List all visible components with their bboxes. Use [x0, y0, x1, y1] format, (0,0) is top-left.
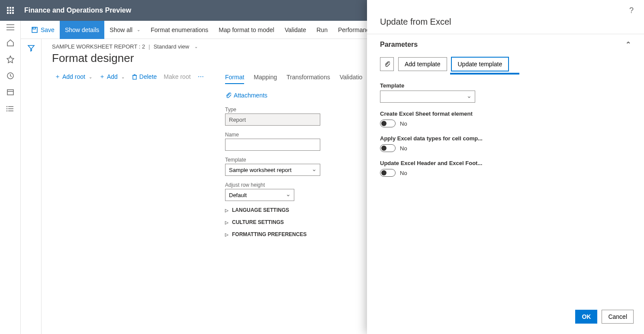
toggle-value: No	[400, 170, 407, 176]
delete-button[interactable]: Delete	[129, 71, 159, 82]
hamburger-icon[interactable]	[6, 24, 14, 30]
ok-button[interactable]: OK	[575, 310, 597, 324]
svg-point-13	[6, 111, 7, 111]
add-template-button[interactable]: Add template	[398, 57, 447, 71]
name-field[interactable]	[225, 139, 320, 151]
run-button[interactable]: Run	[311, 21, 333, 39]
filter-column	[21, 39, 42, 334]
attach-button[interactable]	[380, 57, 394, 71]
triangle-right-icon: ▷	[225, 220, 229, 225]
format-enumerations-button[interactable]: Format enumerations	[145, 21, 213, 39]
template-param-select[interactable]	[380, 91, 475, 103]
cancel-button[interactable]: Cancel	[602, 310, 634, 324]
workspace-icon[interactable]	[6, 88, 14, 96]
add-button[interactable]: ＋Add⌄	[97, 71, 127, 82]
tab-transformations[interactable]: Transformations	[287, 71, 330, 84]
update-from-excel-panel: ? Update from Excel Parameters ⌃ Add tem…	[367, 0, 644, 334]
list-icon[interactable]	[6, 105, 14, 113]
update-header-label: Update Excel Header and Excel Foot...	[380, 160, 631, 166]
adjust-select[interactable]	[225, 189, 294, 201]
triangle-right-icon: ▷	[225, 232, 229, 237]
app-launcher-icon[interactable]	[0, 0, 21, 21]
template-select[interactable]	[225, 164, 320, 176]
tab-format[interactable]: Format	[225, 71, 244, 84]
toggle-value: No	[400, 145, 407, 152]
svg-rect-16	[133, 75, 136, 79]
breadcrumb-view[interactable]: Standard view	[154, 43, 189, 50]
make-root-button: Make root	[161, 71, 193, 82]
triangle-right-icon: ▷	[225, 208, 229, 213]
svg-point-12	[6, 109, 7, 109]
type-field	[225, 113, 320, 126]
more-button[interactable]: ⋯	[195, 71, 206, 82]
chevron-down-icon: ⌄	[137, 27, 140, 32]
update-template-indicator	[450, 73, 519, 75]
show-all-button[interactable]: Show all⌄	[104, 21, 145, 39]
paperclip-icon	[384, 61, 390, 68]
map-format-button[interactable]: Map format to model	[213, 21, 279, 39]
star-icon[interactable]	[6, 55, 14, 63]
clock-icon[interactable]	[6, 72, 14, 80]
home-icon[interactable]	[6, 39, 14, 47]
update-template-button[interactable]: Update template	[451, 57, 509, 71]
tab-validations[interactable]: Validatio	[340, 71, 363, 84]
paperclip-icon	[225, 92, 231, 99]
apply-types-label: Apply Excel data types for cell comp...	[380, 135, 631, 142]
toggle-value: No	[400, 120, 407, 127]
create-sheet-toggle[interactable]	[380, 120, 396, 127]
svg-point-11	[6, 107, 7, 107]
save-button[interactable]: Save	[26, 21, 60, 39]
app-title: Finance and Operations Preview	[24, 6, 131, 14]
flyout-title: Update from Excel	[380, 17, 631, 27]
parameters-section-header[interactable]: Parameters ⌃	[380, 40, 631, 49]
tree-toolbar: ＋Add root⌄ ＋Add⌄ Delete Make root ⋯	[52, 71, 216, 82]
svg-rect-15	[33, 27, 35, 29]
show-details-button[interactable]: Show details	[60, 21, 104, 39]
add-root-button[interactable]: ＋Add root⌄	[52, 71, 95, 82]
chevron-up-icon: ⌃	[625, 40, 631, 49]
svg-rect-6	[7, 90, 13, 95]
template-param-label: Template	[380, 82, 631, 89]
filter-icon[interactable]	[27, 44, 35, 52]
left-nav-rail	[0, 21, 21, 334]
apply-types-toggle[interactable]	[380, 144, 396, 152]
breadcrumb-report: SAMPLE WORKSHEET REPORT : 2	[52, 43, 145, 50]
help-icon[interactable]: ?	[629, 6, 634, 15]
validate-button[interactable]: Validate	[280, 21, 312, 39]
update-header-toggle[interactable]	[380, 169, 396, 177]
chevron-down-icon: ⌄	[194, 44, 198, 49]
create-sheet-label: Create Excel Sheet format element	[380, 110, 631, 117]
tab-mapping[interactable]: Mapping	[254, 71, 277, 84]
